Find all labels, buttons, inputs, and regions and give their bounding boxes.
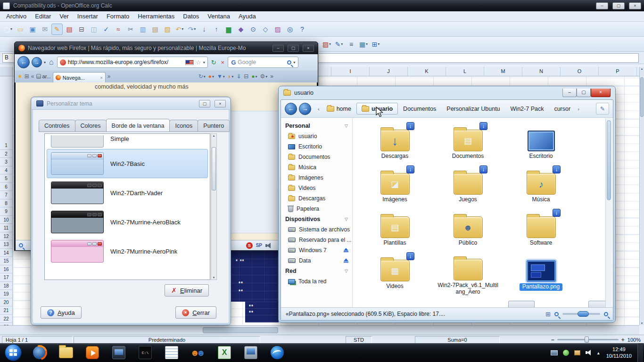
close-button[interactable]: × bbox=[215, 100, 226, 107]
row-header-17[interactable]: 17 bbox=[0, 273, 12, 282]
breadcrumb-personalizar-ubuntu[interactable]: Personalizar Ubuntu bbox=[441, 103, 505, 115]
edit-location-button[interactable]: ✎ bbox=[596, 103, 609, 115]
minimize-button[interactable]: – bbox=[272, 45, 284, 52]
background-color-button[interactable]: ▨▾ bbox=[321, 39, 332, 50]
draw-functions-button[interactable]: ◆ bbox=[235, 24, 247, 35]
status-magnifier-icon[interactable] bbox=[19, 243, 23, 247]
tab-iconos[interactable]: Iconos bbox=[169, 120, 198, 132]
scroll-up-icon[interactable]: ▲ bbox=[640, 67, 644, 70]
dropdown-arrow-icon[interactable]: ▾ bbox=[182, 27, 183, 31]
dropdown-arrow-icon[interactable]: ▾ bbox=[212, 74, 214, 79]
taskbar-window-switcher-button[interactable] bbox=[107, 344, 131, 361]
sidebar-item-reservado-para-el[interactable]: Reservado para el ... bbox=[281, 235, 352, 245]
sort-descending-button[interactable]: ↑ bbox=[211, 24, 222, 35]
row-header-19[interactable]: 19 bbox=[0, 290, 12, 298]
insert-frame-button[interactable]: ▦▾ bbox=[358, 39, 369, 50]
row-header-6[interactable]: 6 bbox=[0, 183, 12, 191]
speaker-icon[interactable] bbox=[265, 243, 272, 248]
taskbar-firefox-button[interactable] bbox=[27, 344, 52, 361]
column-header-j[interactable]: J bbox=[370, 67, 408, 76]
selection-mode-indicator[interactable]: STD bbox=[346, 336, 372, 344]
find-replace-button[interactable]: ⊙ bbox=[248, 24, 259, 35]
file-documentos[interactable]: ▤↓Documentos bbox=[431, 122, 504, 165]
sidebar-section-red[interactable]: Red▽ bbox=[281, 266, 352, 276]
zoom-slider[interactable] bbox=[562, 313, 600, 315]
open-button[interactable]: ▭ bbox=[15, 24, 26, 35]
dropdown-arrow-icon[interactable]: ▾ bbox=[341, 42, 343, 46]
redo-button[interactable]: ↷▾ bbox=[186, 24, 198, 35]
theme-item-win2-7darth-vader[interactable]: Win2-7Darth-Vader bbox=[47, 178, 208, 207]
file-videos[interactable]: ▦↓Videos bbox=[358, 252, 431, 296]
firefox-title-bar[interactable]: Navegador web Firefox | Más rápido, más … bbox=[15, 42, 318, 54]
sync-button[interactable]: ↻▾ bbox=[198, 73, 206, 80]
tab-grid-icon[interactable]: ⊞ bbox=[25, 73, 29, 80]
file-juegos[interactable]: ↓Juegos bbox=[431, 165, 504, 209]
back-button[interactable]: ← bbox=[17, 56, 30, 68]
close-dialog-button[interactable]: × Cerrar bbox=[175, 306, 216, 319]
sidebar-item-windows-7[interactable]: Windows 7 bbox=[281, 245, 352, 255]
search-magnifier-icon[interactable] bbox=[287, 60, 291, 65]
icon-view-icon[interactable]: ⊞ bbox=[545, 311, 551, 318]
maximize-button[interactable]: ▢ bbox=[612, 2, 625, 9]
file-area-scrollbar[interactable] bbox=[605, 118, 612, 307]
dropdown-arrow-icon[interactable]: ▾ bbox=[265, 74, 267, 79]
breadcrumb-usuario[interactable]: usuario bbox=[356, 103, 398, 115]
delete-theme-button[interactable]: ✗ Eliminar bbox=[165, 284, 209, 296]
column-header-i[interactable]: I bbox=[331, 67, 370, 76]
row-header-8[interactable]: 8 bbox=[0, 199, 12, 208]
skype-icon[interactable]: S bbox=[246, 242, 253, 249]
overflow-right-icon[interactable]: » bbox=[107, 73, 111, 80]
dropdown-arrow-icon[interactable]: ▾ bbox=[194, 27, 196, 31]
row-header-11[interactable]: 11 bbox=[0, 224, 12, 232]
partial-file-icon[interactable] bbox=[508, 301, 535, 307]
zoom-slider-thumb[interactable] bbox=[578, 311, 589, 317]
help-button[interactable]: ? bbox=[297, 24, 308, 35]
theme-list[interactable]: SimpleWin2-7BasicWin2-7Darth-VaderWin2-7… bbox=[44, 133, 210, 280]
row-header-16[interactable]: 16 bbox=[0, 265, 12, 274]
taskbar-media-player-button[interactable] bbox=[80, 344, 105, 361]
undo-button[interactable]: ↶▾ bbox=[174, 24, 185, 35]
sidebar-item-descargas[interactable]: Descargas bbox=[281, 193, 352, 204]
start-button[interactable] bbox=[5, 344, 22, 361]
dropdown-arrow-icon[interactable]: ▾ bbox=[231, 74, 233, 79]
scroll-down-icon[interactable]: ▼ bbox=[640, 322, 644, 325]
close-button[interactable]: × bbox=[591, 89, 611, 97]
collapse-triangle-icon[interactable]: ▽ bbox=[345, 269, 348, 273]
row-header-1[interactable]: 1 bbox=[0, 141, 12, 150]
breadcrumb-home[interactable]: home bbox=[322, 103, 356, 115]
column-header-o[interactable]: O bbox=[561, 67, 599, 76]
dropdown-arrow-icon[interactable]: ▾ bbox=[256, 74, 257, 79]
fastdial-button[interactable]: ▼▾ bbox=[217, 73, 225, 80]
menu-formato[interactable]: Formato bbox=[102, 12, 133, 21]
bookmark-item[interactable]: ar... bbox=[36, 74, 51, 79]
dropdown-arrow-icon[interactable]: ▾ bbox=[378, 42, 380, 46]
file-musica[interactable]: ♪↓Música bbox=[504, 165, 578, 209]
row-header-4[interactable]: 4 bbox=[0, 166, 12, 175]
bookmark-star-icon[interactable]: ☆ bbox=[196, 59, 201, 66]
export-pdf-button[interactable]: ▤ bbox=[64, 24, 75, 35]
zoom-slider-thumb[interactable] bbox=[585, 337, 589, 343]
format-paintbrush-button[interactable]: ▧ bbox=[162, 24, 173, 35]
tray-package-icon[interactable] bbox=[574, 350, 580, 355]
vertical-scroll-thumb[interactable] bbox=[640, 77, 644, 117]
addon-badge[interactable]: SP bbox=[256, 243, 262, 248]
edit-file-button[interactable]: ✎ bbox=[51, 24, 63, 35]
collapse-triangle-icon[interactable]: ▽ bbox=[345, 217, 348, 222]
sidebar-item-data[interactable]: Data bbox=[281, 255, 352, 266]
menu-editar[interactable]: Editar bbox=[31, 12, 55, 21]
dropdown-arrow-icon[interactable]: ▾ bbox=[223, 74, 225, 79]
column-header-p[interactable]: P bbox=[599, 67, 637, 76]
taskbar-clock[interactable]: 12:49 10/11/2010 bbox=[603, 346, 636, 360]
zoom-control[interactable]: − + 100% bbox=[551, 337, 641, 343]
stop-icon[interactable]: × bbox=[220, 59, 226, 66]
auto-spellcheck-button[interactable]: ≈ bbox=[113, 24, 124, 35]
column-header-n[interactable]: N bbox=[522, 67, 561, 76]
scroll-thumb[interactable] bbox=[607, 120, 611, 200]
minimize-button[interactable]: – bbox=[596, 2, 608, 9]
navigator-button[interactable]: ◇ bbox=[260, 24, 271, 35]
rss-button[interactable]: ◗▾ bbox=[228, 73, 233, 80]
border-color-button[interactable]: ✎▾ bbox=[333, 39, 345, 50]
row-header-15[interactable]: 15 bbox=[0, 257, 12, 265]
maximize-button[interactable]: ▢ bbox=[199, 100, 210, 107]
us-flag-icon[interactable] bbox=[185, 60, 194, 65]
